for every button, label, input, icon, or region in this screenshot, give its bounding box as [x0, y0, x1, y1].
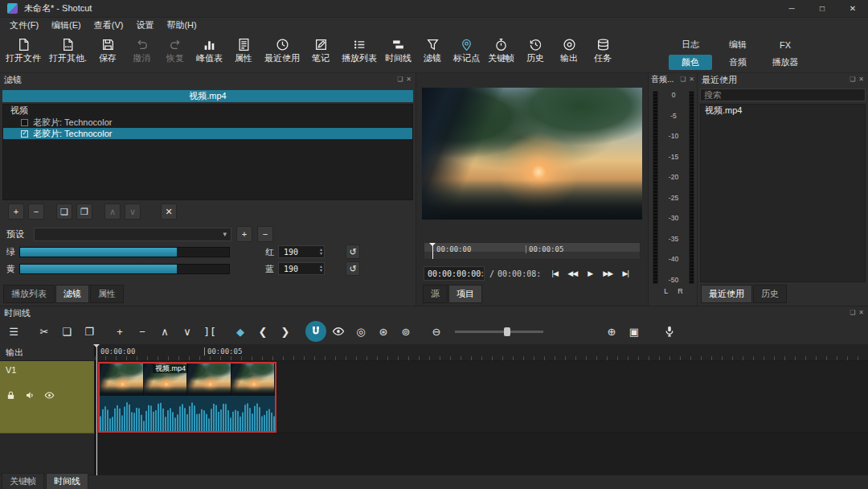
zoom-slider[interactable]	[455, 331, 543, 333]
close-button[interactable]: ✕	[837, 0, 868, 17]
peak-meter-button[interactable]: 峰值表	[192, 35, 227, 71]
position-timecode-input[interactable]: 00:00:00:00 ▴▾	[424, 266, 485, 281]
float-panel-icon[interactable]: ❏	[397, 76, 403, 83]
timeline-clip[interactable]: 视频.mp4	[98, 362, 276, 433]
delete-preset-button[interactable]: −	[257, 226, 273, 242]
timeline-menu-button[interactable]: ☰	[3, 321, 24, 342]
preset-combobox[interactable]: ▾	[34, 228, 231, 241]
tab-playlist[interactable]: 播放列表	[3, 285, 55, 303]
recent-item[interactable]: 视频.mp4	[701, 105, 865, 117]
split-button[interactable]: ][	[199, 321, 220, 342]
reset-red-button[interactable]: ↺	[346, 244, 360, 259]
player-scrubber[interactable]: 00:00:00 00:00:05	[424, 242, 641, 260]
jobs-button[interactable]: 任务	[586, 35, 620, 71]
tab-recent[interactable]: 最近使用	[701, 285, 752, 303]
append-button[interactable]: +	[109, 321, 130, 342]
remove-filter-button[interactable]: −	[28, 203, 44, 220]
tab-keyframes[interactable]: 关键帧	[2, 473, 44, 489]
layout-audio-button[interactable]: 音频	[716, 55, 760, 70]
properties-button[interactable]: 属性	[227, 35, 260, 71]
yellow-slider[interactable]	[19, 264, 230, 274]
play-button[interactable]: ▶	[581, 267, 599, 281]
filter-checkbox-checked[interactable]: ✓	[21, 130, 28, 138]
menu-settings[interactable]: 设置	[129, 18, 160, 32]
deselect-filter-button[interactable]: ✕	[161, 203, 177, 220]
ripple-delete-button[interactable]: −	[132, 321, 153, 342]
marker-button[interactable]: ◆	[230, 321, 251, 342]
fast-rewind-button[interactable]: ◀◀	[563, 267, 581, 281]
menu-view[interactable]: 查看(V)	[88, 18, 130, 32]
next-marker-button[interactable]: ❯	[275, 321, 296, 342]
reset-blue-button[interactable]: ↺	[346, 261, 360, 276]
menu-edit[interactable]: 编辑(E)	[45, 18, 88, 32]
float-panel-icon[interactable]: ❏	[680, 76, 686, 83]
record-audio-button[interactable]	[659, 321, 680, 342]
red-value-spinner[interactable]: ▴▾	[320, 248, 322, 256]
menu-help[interactable]: 帮助(H)	[160, 18, 203, 32]
blue-value-spinner[interactable]: ▴▾	[320, 265, 322, 273]
move-filter-down-button[interactable]: ∨	[125, 203, 141, 220]
fast-forward-button[interactable]: ▶▶	[599, 267, 616, 281]
move-filter-up-button[interactable]: ∧	[104, 203, 121, 220]
float-panel-icon[interactable]: ❏	[850, 310, 855, 316]
scrub-while-dragging-button[interactable]	[328, 321, 349, 342]
open-other-button[interactable]: 打开其他.	[45, 35, 91, 71]
add-filter-button[interactable]: +	[8, 203, 24, 220]
blue-value-input[interactable]: 190 ▴▾	[278, 262, 325, 275]
menu-file[interactable]: 文件(F)	[3, 18, 45, 32]
ripple-all-tracks-button[interactable]: ⊛	[373, 321, 394, 342]
tab-properties[interactable]: 属性	[90, 285, 124, 303]
lift-button[interactable]: ∧	[154, 321, 175, 342]
layout-color-button[interactable]: 颜色	[669, 55, 712, 70]
undo-button[interactable]: 撤消	[125, 35, 158, 71]
notes-button[interactable]: 笔记	[304, 35, 338, 71]
copy-button[interactable]: ❏	[56, 321, 77, 342]
lock-icon[interactable]	[6, 390, 16, 401]
save-button[interactable]: 保存	[91, 35, 125, 71]
track-header-v1[interactable]: V1	[0, 361, 95, 434]
redo-button[interactable]: 恢复	[158, 35, 192, 71]
zoom-in-button[interactable]: ⊕	[601, 321, 622, 342]
float-panel-icon[interactable]: ❏	[850, 76, 855, 83]
position-spinner[interactable]: ▴▾	[481, 269, 484, 277]
layout-fx-button[interactable]: FX	[764, 37, 807, 52]
open-file-button[interactable]: 打开文件	[2, 35, 45, 71]
maximize-button[interactable]: □	[807, 0, 837, 17]
green-slider[interactable]	[19, 247, 230, 257]
recent-search-input[interactable]	[700, 88, 866, 101]
save-preset-button[interactable]: +	[236, 226, 252, 242]
skip-to-end-button[interactable]: ▶|	[616, 267, 634, 281]
close-panel-icon[interactable]: ✕	[406, 76, 411, 83]
tab-project[interactable]: 项目	[448, 285, 482, 303]
ripple-markers-button[interactable]: ⊚	[395, 321, 416, 342]
speaker-icon[interactable]	[25, 390, 35, 401]
filter-row-selected[interactable]: ✓ 老胶片: Technocolor	[3, 128, 412, 139]
close-panel-icon[interactable]: ✕	[858, 310, 864, 316]
paste-filters-button[interactable]: ❐	[76, 203, 92, 220]
tab-filters[interactable]: 滤镜	[55, 285, 89, 303]
tab-timeline[interactable]: 时间线	[46, 473, 88, 489]
filter-group-video[interactable]: 视频	[3, 105, 412, 117]
layout-logging-button[interactable]: 日志	[669, 37, 712, 52]
snap-toggle-button[interactable]	[305, 321, 326, 342]
filters-button[interactable]: 滤镜	[416, 35, 449, 71]
timeline-button[interactable]: 时间线	[381, 35, 416, 71]
close-panel-icon[interactable]: ✕	[689, 76, 694, 83]
filter-row[interactable]: 老胶片: Technocolor	[3, 117, 412, 128]
overwrite-button[interactable]: ∨	[177, 321, 198, 342]
history-button[interactable]: 历史	[518, 35, 552, 71]
layout-editing-button[interactable]: 编辑	[716, 37, 760, 52]
timeline-ruler[interactable]: 00:00:00 00:00:05	[95, 344, 868, 361]
zoom-slider-handle[interactable]	[504, 327, 510, 336]
paste-button[interactable]: ❐	[79, 321, 100, 342]
zoom-out-button[interactable]: ⊖	[426, 321, 447, 342]
close-panel-icon[interactable]: ✕	[858, 76, 864, 83]
layout-player-button[interactable]: 播放器	[764, 55, 807, 70]
keyframes-button[interactable]: 关键帧	[484, 35, 518, 71]
minimize-button[interactable]: ─	[776, 0, 807, 17]
cut-button[interactable]: ✂	[34, 321, 55, 342]
previous-marker-button[interactable]: ❮	[252, 321, 273, 342]
hide-track-eye-icon[interactable]	[44, 390, 55, 401]
filter-checkbox[interactable]	[21, 119, 28, 126]
markers-button[interactable]: 标记点	[449, 35, 484, 71]
